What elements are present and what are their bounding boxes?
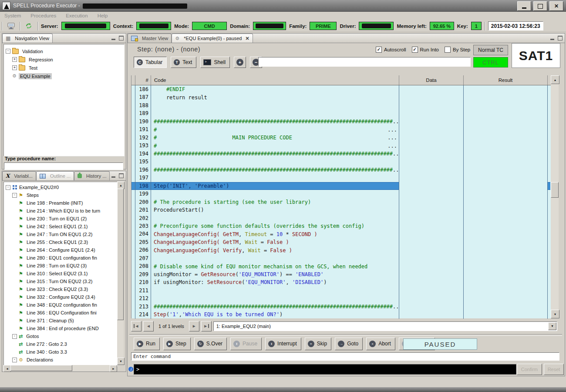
interrupt-button[interactable]: ‖Interrupt [265, 338, 301, 350]
first-level-button[interactable]: ◄ [131, 321, 142, 331]
tree-item[interactable]: ⚑Line 255 : Check EQU1 (2.3) [4, 238, 117, 246]
breakpoint-gutter[interactable] [131, 118, 135, 125]
collapse-icon[interactable]: - [12, 193, 17, 198]
tree-item[interactable]: ⚑Line 348 : EQU2 configuration fin [4, 301, 117, 309]
breakpoint-gutter[interactable] [131, 270, 135, 278]
tree-item[interactable]: ⇄Line 340 : Goto 3.3 [4, 348, 117, 356]
code-row[interactable]: 198Step('INIT', 'Preamble') [131, 182, 559, 190]
tree-item[interactable]: +Test [4, 64, 124, 72]
code-row[interactable]: 191#... [131, 125, 559, 133]
collapse-icon[interactable]: - [12, 334, 17, 339]
tab-outline[interactable]: Outline ... [36, 171, 74, 180]
tree-item[interactable]: -Example_EQU2#0 [4, 183, 117, 191]
breakpoint-gutter[interactable] [131, 150, 135, 158]
code-vertical-scrollbar[interactable]: ▲ ▼ [551, 75, 559, 318]
panel-minimize-icon[interactable] [111, 39, 115, 40]
code-row[interactable]: 200# The procedure is starting (see the … [131, 198, 559, 206]
collapse-icon[interactable]: - [6, 49, 10, 54]
view-button-shell[interactable]: >Shell [200, 57, 230, 68]
breakpoint-gutter[interactable] [131, 303, 135, 311]
checkbox-run-into[interactable]: ✓Run Into [412, 47, 439, 53]
breakpoint-gutter[interactable] [131, 246, 135, 254]
breakpoint-gutter[interactable] [131, 101, 135, 109]
tree-item[interactable]: ⚑Line 280 : EQU1 configuration fin [4, 254, 117, 262]
tc-mode-button[interactable]: Normal TC [473, 45, 508, 55]
collapse-icon[interactable]: - [6, 185, 10, 190]
code-row[interactable]: 193#... [131, 142, 559, 149]
tree-item[interactable]: ⚑Line 298 : Turn on EQU2 (3) [4, 262, 117, 270]
code-row[interactable]: 204ChangeLanguageConfig( GetTM, Timeout … [131, 230, 559, 238]
code-row[interactable]: 203# Preconfigure some function defaults… [131, 222, 559, 230]
stack-frame-combo[interactable]: 1: Example_EQU2 (main) ▼ [213, 321, 557, 331]
code-row[interactable]: 213#####################################… [131, 303, 559, 311]
code-row[interactable]: 192# MAIN PROCEDURE CODE... [131, 134, 559, 142]
outline-horizontal-scrollbar[interactable]: ◄ ► [3, 365, 117, 371]
code-row[interactable]: 194#####################################… [131, 150, 559, 158]
chevron-down-icon[interactable]: ▼ [548, 322, 556, 330]
scroll-down-icon[interactable]: ▼ [551, 310, 559, 318]
view-button-text[interactable]: TText [171, 57, 196, 68]
tree-item[interactable]: ⚑Line 214 : Which EQU is to be turn [4, 207, 117, 215]
code-row[interactable]: 207 [131, 254, 559, 262]
scrollbar-thumb[interactable] [10, 365, 72, 371]
goto-button[interactable]: →Goto [335, 338, 363, 350]
sover-button[interactable]: ↻S.Over [194, 338, 227, 350]
code-row[interactable]: 210if usingMonitor: SetResource('EQU_MON… [131, 278, 559, 286]
next-level-button[interactable]: ► [189, 321, 199, 331]
breakpoint-gutter[interactable] [131, 278, 135, 286]
breakpoint-gutter[interactable] [131, 198, 135, 206]
server-connection-button[interactable] [5, 21, 17, 31]
last-level-button[interactable]: ► [201, 321, 212, 331]
breakpoint-gutter[interactable] [131, 142, 135, 149]
breakpoint-gutter[interactable] [131, 182, 135, 190]
code-row[interactable]: 211 [131, 287, 559, 294]
tree-item[interactable]: ⇄Line 272 : Goto 2.3 [4, 340, 117, 348]
code-row[interactable]: 206ChangeLanguageConfig( Verify, Wait = … [131, 246, 559, 254]
tree-item[interactable]: ⚑Line 323 : Check EQU2 (3.3) [4, 285, 117, 293]
window-close-button[interactable]: ✕ [549, 1, 563, 11]
view-button-tabular[interactable]: CTabular [134, 57, 167, 68]
panel-minimize-icon[interactable] [111, 176, 115, 178]
tab-variables[interactable]: XVariabl... [2, 171, 36, 180]
code-row[interactable]: 195 [131, 158, 559, 166]
expand-icon[interactable]: + [12, 65, 17, 70]
tree-item[interactable]: ⚑Line 310 : Select EQU2 (3.1) [4, 270, 117, 277]
breakpoint-gutter[interactable] [131, 174, 135, 182]
breakpoint-gutter[interactable] [131, 238, 135, 246]
command-input[interactable]: Enter command [131, 352, 559, 361]
code-row[interactable]: 189 [131, 109, 559, 117]
tree-item[interactable]: ⚑Line 264 : Configure EQU1 (2.4) [4, 246, 117, 254]
window-maximize-button[interactable] [533, 1, 547, 11]
tree-item[interactable]: +Regression [4, 55, 124, 64]
confirm-button[interactable]: Confirm [517, 364, 542, 375]
previous-level-button[interactable]: ◄ [143, 321, 154, 331]
breakpoint-gutter[interactable] [131, 109, 135, 117]
breakpoint-gutter[interactable] [131, 134, 135, 142]
tree-item[interactable]: ⚑Line 366 : EQU Configuration fini [4, 309, 117, 317]
run-button[interactable]: ▶Run [134, 338, 160, 350]
code-row[interactable]: 190#####################################… [131, 118, 559, 125]
breakpoint-gutter[interactable] [131, 158, 135, 166]
breakpoint-gutter[interactable] [131, 222, 135, 230]
scrollbar-thumb[interactable] [117, 189, 124, 320]
tab-master-view[interactable]: Master View [128, 34, 172, 43]
code-row[interactable]: 201ProcedureStart() [131, 206, 559, 214]
code-row[interactable]: 186 #ENDIF [131, 85, 559, 93]
panel-maximize-icon[interactable] [558, 36, 563, 41]
tree-item[interactable]: -⚑Steps [4, 191, 117, 199]
scroll-down-icon[interactable]: ▼ [117, 358, 125, 365]
tree-item[interactable]: -⚙Declarations [4, 356, 117, 364]
menu-item-execution[interactable]: Execution [66, 13, 88, 18]
tab-navigation-view[interactable]: ▦ Navigation View [2, 34, 53, 43]
menu-item-system[interactable]: System [4, 13, 21, 18]
code-row[interactable]: 214Step('1','Which EQU is to be turned O… [131, 311, 559, 318]
tree-item[interactable]: ⚑Line 315 : Turn ON EQU2 (3.2) [4, 277, 117, 285]
expand-icon[interactable]: + [12, 57, 17, 62]
skip-button[interactable]: »Skip [305, 338, 331, 350]
outline-vertical-scrollbar[interactable]: ▲ ▼ [117, 182, 124, 365]
tree-item[interactable]: ⚑Line 371 : Cleanup (5) [4, 317, 117, 324]
breakpoint-gutter[interactable] [131, 214, 135, 222]
filter-input[interactable] [258, 57, 471, 67]
abort-button[interactable]: ×Abort [366, 338, 395, 350]
checkbox-by-step[interactable]: By Step [445, 47, 470, 53]
